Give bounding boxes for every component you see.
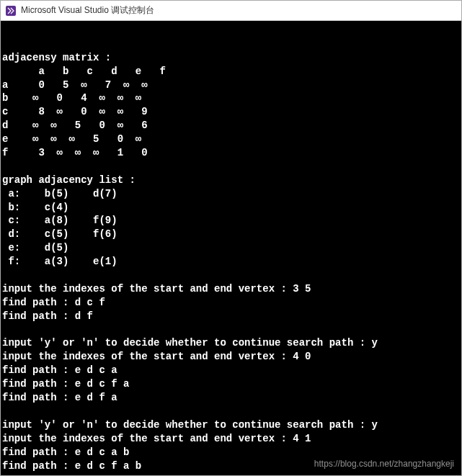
app-icon bbox=[5, 5, 17, 17]
console-line: adjacensy matrix : bbox=[2, 51, 460, 65]
console-line bbox=[2, 269, 460, 282]
console-line: graph adjacency list : bbox=[2, 174, 460, 187]
console-line: f 3 ∞ ∞ ∞ 1 0 bbox=[2, 146, 460, 160]
console-line: find path : d f bbox=[2, 310, 460, 323]
console-lines: adjacensy matrix : a b c d e fa 0 5 ∞ 7 … bbox=[2, 51, 460, 473]
console-line: e ∞ ∞ ∞ 5 0 ∞ bbox=[2, 133, 460, 146]
console-line: find path : e d c f a bbox=[2, 377, 460, 391]
console-line: e: d(5) bbox=[2, 241, 460, 255]
console-output[interactable]: adjacensy matrix : a b c d e fa 0 5 ∞ 7 … bbox=[1, 21, 461, 475]
console-line: a 0 5 ∞ 7 ∞ ∞ bbox=[2, 78, 460, 92]
console-line: c: a(8) f(9) bbox=[2, 214, 460, 228]
console-line: d ∞ ∞ 5 0 ∞ 6 bbox=[2, 119, 460, 133]
console-line: find path : e d c a bbox=[2, 364, 460, 377]
console-line bbox=[2, 323, 460, 337]
console-line bbox=[2, 160, 460, 174]
console-line: a b c d e f bbox=[2, 65, 460, 78]
console-line: c 8 ∞ 0 ∞ ∞ 9 bbox=[2, 105, 460, 119]
window-title: Microsoft Visual Studio 调试控制台 bbox=[21, 4, 154, 17]
console-line: a: b(5) d(7) bbox=[2, 187, 460, 201]
console-line: f: a(3) e(1) bbox=[2, 255, 460, 269]
console-line: input the indexes of the start and end v… bbox=[2, 432, 460, 446]
app-window: Microsoft Visual Studio 调试控制台 adjacensy … bbox=[0, 0, 462, 476]
watermark-text: https://blog.csdn.net/zhangzhangkeji bbox=[314, 458, 454, 470]
console-line: input the indexes of the start and end v… bbox=[2, 350, 460, 364]
console-line bbox=[2, 405, 460, 418]
console-line: find path : d c f bbox=[2, 296, 460, 310]
console-line: find path : e d f a bbox=[2, 391, 460, 405]
console-line: d: c(5) f(6) bbox=[2, 228, 460, 241]
console-line: find path : e d c a b bbox=[2, 446, 460, 459]
console-line: b: c(4) bbox=[2, 201, 460, 215]
console-line: b ∞ 0 4 ∞ ∞ ∞ bbox=[2, 91, 460, 105]
titlebar[interactable]: Microsoft Visual Studio 调试控制台 bbox=[1, 1, 461, 21]
console-line: input 'y' or 'n' to decide whether to co… bbox=[2, 418, 460, 432]
console-line: input 'y' or 'n' to decide whether to co… bbox=[2, 336, 460, 350]
console-line: input the indexes of the start and end v… bbox=[2, 282, 460, 296]
